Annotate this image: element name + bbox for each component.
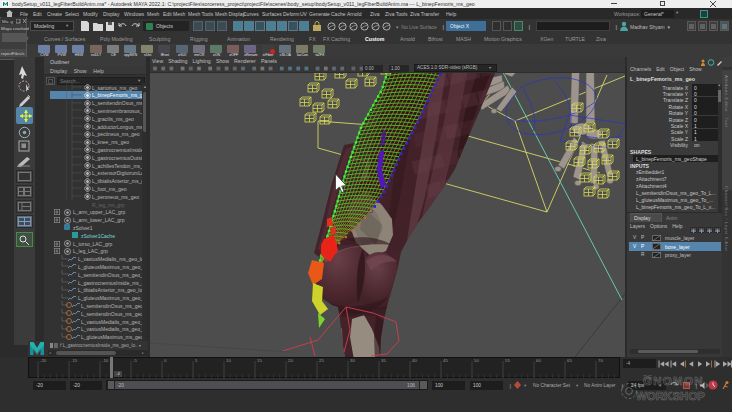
svg-text:55: 55: [505, 358, 510, 363]
svg-text:70: 70: [598, 358, 603, 363]
svg-text:WORKSHOP: WORKSHOP: [636, 390, 705, 402]
svg-text:GNOMON: GNOMON: [643, 375, 704, 387]
svg-text:0: 0: [164, 358, 167, 363]
svg-text:-10: -10: [102, 358, 109, 363]
svg-text:-5: -5: [133, 358, 137, 363]
svg-text:10: 10: [226, 358, 231, 363]
svg-text:60: 60: [536, 358, 541, 363]
svg-text:45: 45: [443, 358, 448, 363]
svg-text:40: 40: [412, 358, 417, 363]
svg-text:15: 15: [257, 358, 262, 363]
svg-text:25: 25: [319, 358, 324, 363]
svg-text:30: 30: [350, 358, 355, 363]
svg-text:5: 5: [195, 358, 198, 363]
svg-text:20: 20: [288, 358, 293, 363]
svg-text:35: 35: [381, 358, 386, 363]
svg-text:-15: -15: [71, 358, 78, 363]
svg-text:65: 65: [567, 358, 572, 363]
svg-text:-20: -20: [40, 358, 47, 363]
svg-text:50: 50: [474, 358, 479, 363]
